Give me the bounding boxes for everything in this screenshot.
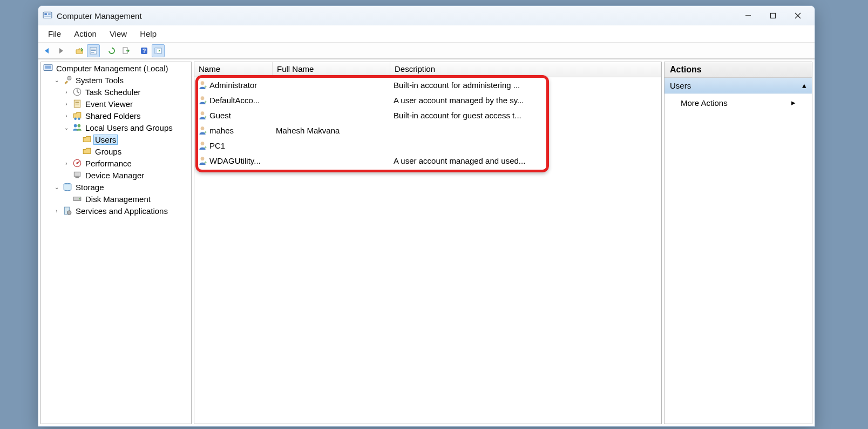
user-row[interactable]: AdministratorBuilt-in account for admini… xyxy=(194,77,661,92)
event-icon xyxy=(72,99,82,109)
tree-groups[interactable]: Groups xyxy=(71,145,191,157)
user-row[interactable]: PC1 xyxy=(194,138,661,153)
svg-point-34 xyxy=(79,198,80,199)
menu-action[interactable]: Action xyxy=(67,27,103,41)
column-name[interactable]: Name xyxy=(194,62,273,77)
tree-storage[interactable]: ⌄Storage xyxy=(52,181,191,193)
menu-file[interactable]: File xyxy=(42,27,67,41)
submenu-arrow-icon: ▸ xyxy=(791,98,796,108)
user-icon xyxy=(198,140,207,150)
svg-rect-31 xyxy=(76,177,79,178)
user-row[interactable]: WDAGUtility...A user account managed and… xyxy=(194,153,661,168)
svg-rect-5 xyxy=(771,14,776,18)
tree-system-tools[interactable]: ⌄ System Tools xyxy=(52,74,191,86)
help-button[interactable]: ? xyxy=(138,44,151,57)
expand-icon[interactable]: › xyxy=(63,159,70,167)
svg-point-38 xyxy=(201,96,205,100)
tree-event-viewer[interactable]: ›Event Viewer xyxy=(62,98,191,110)
users-list-pane: Name Full Name Description Administrator… xyxy=(194,62,662,424)
svg-point-27 xyxy=(78,124,81,128)
content-area: Computer Management (Local) ⌄ System Too… xyxy=(38,59,815,426)
collapse-icon[interactable]: ⌄ xyxy=(53,183,60,191)
back-button[interactable] xyxy=(40,44,53,57)
collapse-arrow-icon: ▴ xyxy=(802,81,806,90)
performance-icon xyxy=(72,158,82,168)
toolbar: ? xyxy=(38,43,815,59)
tools-icon xyxy=(63,75,72,85)
menu-view[interactable]: View xyxy=(103,27,133,41)
collapse-icon[interactable]: ⌄ xyxy=(63,124,70,131)
list-body[interactable]: AdministratorBuilt-in account for admini… xyxy=(194,77,661,424)
up-button[interactable] xyxy=(73,44,86,57)
svg-rect-10 xyxy=(91,50,96,51)
menu-help[interactable]: Help xyxy=(133,27,163,41)
tree-disk-management[interactable]: Disk Management xyxy=(62,193,191,205)
refresh-button[interactable] xyxy=(105,44,118,57)
forward-button[interactable] xyxy=(55,44,67,57)
svg-point-19 xyxy=(67,76,71,80)
list-header: Name Full Name Description xyxy=(194,62,661,77)
actions-pane: Actions Users ▴ More Actions ▸ xyxy=(664,62,812,424)
svg-rect-9 xyxy=(91,49,96,50)
user-icon xyxy=(198,125,207,135)
svg-point-41 xyxy=(201,142,205,145)
services-icon xyxy=(63,206,72,216)
tree-root[interactable]: Computer Management (Local) xyxy=(42,62,191,74)
user-row[interactable]: GuestBuilt-in account for guest access t… xyxy=(194,108,661,123)
maximize-button[interactable] xyxy=(761,8,785,24)
svg-point-26 xyxy=(74,124,77,128)
user-fullname: Mahesh Makvana xyxy=(273,126,390,135)
close-button[interactable] xyxy=(785,8,810,24)
svg-rect-3 xyxy=(44,16,50,17)
svg-rect-30 xyxy=(74,172,80,176)
tree-shared-folders[interactable]: ›Shared Folders xyxy=(62,110,191,122)
show-hide-action-pane-button[interactable] xyxy=(152,44,165,57)
svg-rect-18 xyxy=(45,66,51,69)
column-fullname[interactable]: Full Name xyxy=(273,62,390,77)
tree-performance[interactable]: ›Performance xyxy=(62,157,191,169)
svg-point-25 xyxy=(78,117,80,120)
svg-rect-2 xyxy=(48,14,51,15)
svg-point-24 xyxy=(74,117,77,120)
svg-rect-11 xyxy=(91,52,94,53)
column-description[interactable]: Description xyxy=(390,62,661,77)
tree-task-scheduler[interactable]: ›Task Scheduler xyxy=(62,86,191,98)
expand-icon[interactable]: › xyxy=(63,112,70,119)
svg-rect-22 xyxy=(76,102,79,103)
user-name: mahes xyxy=(209,126,234,135)
svg-point-39 xyxy=(201,111,205,115)
disk-icon xyxy=(72,194,82,204)
tree-device-manager[interactable]: Device Manager xyxy=(62,169,191,181)
svg-point-36 xyxy=(67,211,71,215)
user-row[interactable]: DefaultAcco...A user account managed by … xyxy=(194,92,661,108)
tree-local-users-groups[interactable]: ⌄Local Users and Groups xyxy=(62,122,191,133)
user-icon xyxy=(198,110,207,120)
svg-rect-23 xyxy=(76,104,79,104)
expand-icon[interactable]: › xyxy=(63,100,70,108)
clock-icon xyxy=(72,87,82,97)
properties-button[interactable] xyxy=(87,44,100,57)
svg-point-37 xyxy=(201,81,205,85)
collapse-icon[interactable]: ⌄ xyxy=(53,76,60,84)
console-tree[interactable]: Computer Management (Local) ⌄ System Too… xyxy=(40,62,192,424)
minimize-button[interactable] xyxy=(736,8,761,24)
tree-services-apps[interactable]: ›Services and Applications xyxy=(52,205,191,217)
user-name: Administrator xyxy=(209,81,257,90)
actions-header: Actions xyxy=(664,62,812,78)
actions-section-users[interactable]: Users ▴ xyxy=(664,78,812,93)
user-row[interactable]: mahesMahesh Makvana xyxy=(194,123,661,138)
shared-folder-icon xyxy=(72,111,82,120)
menubar: File Action View Help xyxy=(38,25,815,43)
user-name: DefaultAcco... xyxy=(209,96,260,105)
titlebar[interactable]: Computer Management xyxy=(38,6,815,25)
user-name: PC1 xyxy=(209,141,225,150)
expand-icon[interactable]: › xyxy=(63,88,70,96)
expand-icon[interactable]: › xyxy=(53,207,60,215)
actions-more[interactable]: More Actions ▸ xyxy=(664,93,812,112)
svg-rect-1 xyxy=(44,14,47,15)
computer-management-window: Computer Management File Action View Hel… xyxy=(38,5,815,427)
export-button[interactable] xyxy=(119,44,132,57)
svg-point-42 xyxy=(201,157,205,160)
tree-users[interactable]: Users xyxy=(71,133,191,145)
user-description: A user account managed and used... xyxy=(390,156,540,165)
